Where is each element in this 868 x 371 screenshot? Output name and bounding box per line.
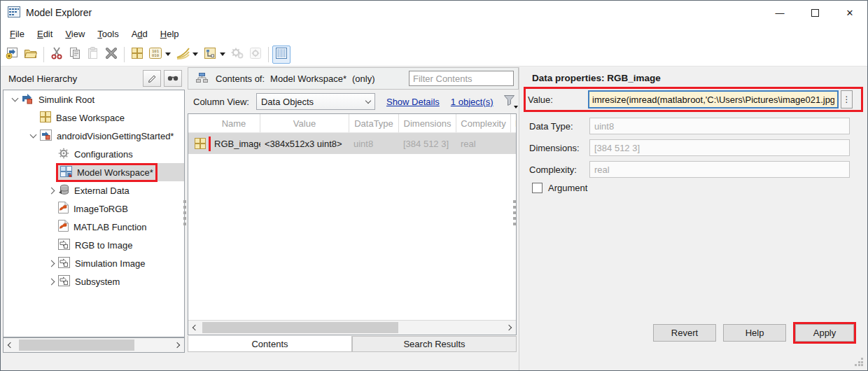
tree-item-simulink-root[interactable]: Simulink Root xyxy=(4,90,184,108)
scroll-right-icon[interactable] xyxy=(502,326,516,330)
column-header-name[interactable]: Name xyxy=(208,114,260,132)
argument-checkbox[interactable] xyxy=(532,183,542,193)
tree-item-base-workspace[interactable]: Base Workspace xyxy=(4,108,184,127)
expand-collapse-icon[interactable] xyxy=(44,261,58,266)
value-options-button[interactable]: ⋮ xyxy=(841,90,853,108)
tab-contents[interactable]: Contents xyxy=(188,336,352,352)
scroll-left-icon[interactable] xyxy=(4,343,18,347)
cell-name[interactable]: RGB_image xyxy=(214,139,260,149)
maximize-button[interactable] xyxy=(797,1,832,24)
tree-item-subsystem[interactable]: Subsystem xyxy=(4,272,184,290)
contents-horizontal-scrollbar[interactable] xyxy=(188,320,516,335)
scroll-left-icon[interactable] xyxy=(188,326,202,330)
expand-collapse-icon[interactable] xyxy=(8,98,22,101)
model-workspace-icon xyxy=(60,166,72,179)
menu-edit[interactable]: Edit xyxy=(31,27,59,41)
simulink-root-icon xyxy=(22,93,34,106)
menu-file[interactable]: File xyxy=(4,27,31,41)
expand-collapse-icon[interactable] xyxy=(26,134,40,137)
scrollbar-thumb[interactable] xyxy=(202,322,398,333)
base-workspace-button[interactable] xyxy=(128,46,146,64)
tab-search-results[interactable]: Search Results xyxy=(352,336,517,352)
revert-button[interactable]: Revert xyxy=(653,324,716,342)
glasses-icon xyxy=(167,74,178,84)
rgb-image-annotation-box: RGB_image xyxy=(209,136,260,151)
hierarchy-view-button[interactable] xyxy=(201,46,219,64)
expand-collapse-icon[interactable] xyxy=(44,188,58,193)
cell-dimensions[interactable]: [384 512 3] xyxy=(399,139,456,149)
cell-complexity[interactable]: real xyxy=(456,139,511,149)
menu-help[interactable]: Help xyxy=(154,27,186,41)
resize-grip[interactable] xyxy=(855,358,863,366)
column-header-value[interactable]: Value xyxy=(260,114,349,132)
hierarchy-view-dropdown-caret[interactable] xyxy=(220,52,225,56)
scrollbar-thumb[interactable] xyxy=(19,340,134,351)
show-details-link[interactable]: Show Details xyxy=(386,97,440,107)
hierarchy-horizontal-scrollbar[interactable] xyxy=(3,337,185,353)
tree-item-configurations[interactable]: Configurations xyxy=(4,145,184,163)
edit-button[interactable] xyxy=(143,70,161,87)
tree-item-simulation-image[interactable]: Simulation Image xyxy=(4,254,184,272)
gear-icon xyxy=(58,148,69,161)
delete-button[interactable] xyxy=(102,46,120,64)
dimensions-input xyxy=(589,139,850,156)
scroll-right-icon[interactable] xyxy=(170,343,184,347)
menu-view[interactable]: View xyxy=(59,27,91,41)
filter-options-button[interactable] xyxy=(503,94,518,108)
dimensions-label: Dimensions: xyxy=(529,143,589,153)
column-view-icon xyxy=(275,47,288,62)
gears-button[interactable] xyxy=(228,46,246,64)
new-model-button[interactable] xyxy=(4,46,22,64)
cut-button[interactable] xyxy=(48,46,66,64)
data-properties-panel: Data properties: RGB_image Value: ⋮ Data… xyxy=(519,67,867,370)
pencil-icon xyxy=(147,73,157,85)
argument-row: Argument xyxy=(532,183,587,193)
paste-button[interactable] xyxy=(84,46,102,64)
hierarchy-tree: Simulink Root Base Workspace androidVisi… xyxy=(3,90,185,337)
code-variables-button[interactable]: 101010 xyxy=(146,46,164,64)
apply-button[interactable]: Apply xyxy=(795,324,854,342)
expand-collapse-icon[interactable] xyxy=(44,279,58,284)
code-variables-dropdown-caret[interactable] xyxy=(165,52,171,56)
tree-item-android-vision-model[interactable]: androidVisionGettingStarted* xyxy=(4,127,184,145)
column-header-dimensions[interactable]: Dimensions xyxy=(399,114,456,132)
object-count-link[interactable]: 1 object(s) xyxy=(451,97,493,107)
tree-item-model-workspace[interactable]: Model Workspace* xyxy=(4,163,184,181)
signal-logging-button[interactable] xyxy=(174,46,192,64)
table-row-rgb-image[interactable]: RGB_image <384x512x3 uint8> uint8 [384 5… xyxy=(188,133,516,154)
signal-logging-dropdown-caret[interactable] xyxy=(192,52,198,56)
model-explorer-app-icon xyxy=(8,6,20,20)
cell-datatype[interactable]: uint8 xyxy=(349,139,399,149)
value-input[interactable] xyxy=(588,90,839,108)
menu-add[interactable]: Add xyxy=(125,27,154,41)
column-view-toggle-button[interactable] xyxy=(272,46,290,64)
model-workspace-annotation-box: Model Workspace* xyxy=(56,163,158,182)
close-button[interactable]: ✕ xyxy=(832,1,867,24)
help-button[interactable]: Help xyxy=(723,324,786,342)
left-splitter-handle[interactable] xyxy=(183,200,187,225)
column-header-min[interactable]: M xyxy=(511,114,517,132)
copy-button[interactable] xyxy=(66,46,84,64)
column-view-label: Column View: xyxy=(193,97,249,107)
filter-contents-input[interactable] xyxy=(409,71,514,86)
cell-value[interactable]: <384x512x3 uint8> xyxy=(260,139,349,149)
search-toggle-button[interactable] xyxy=(164,70,182,87)
column-header-datatype[interactable]: DataType xyxy=(349,114,399,132)
signal-curves-icon xyxy=(176,47,190,62)
datatype-label: Data Type: xyxy=(529,121,589,132)
datatype-input xyxy=(589,118,850,134)
tree-item-matlab-function[interactable]: MATLAB Function xyxy=(4,218,184,236)
column-header-complexity[interactable]: Complexity xyxy=(456,114,511,132)
tree-item-rgb-to-image[interactable]: RGB to Image xyxy=(4,236,184,254)
menu-tools[interactable]: Tools xyxy=(91,27,125,41)
action-buttons: Revert Help Apply xyxy=(646,322,856,344)
gear-badge-button[interactable] xyxy=(246,46,265,64)
right-splitter-handle[interactable] xyxy=(512,200,517,225)
minimize-button[interactable]: — xyxy=(762,1,797,24)
tree-item-external-data[interactable]: External Data xyxy=(4,181,184,200)
table-header-row: Name Value DataType Dimensions Complexit… xyxy=(188,114,516,133)
column-view-select[interactable]: Data Objects xyxy=(256,93,375,110)
open-button[interactable] xyxy=(22,46,40,64)
datatype-row: Data Type: xyxy=(529,118,850,134)
tree-item-imagetorgb[interactable]: ImageToRGB xyxy=(4,200,184,218)
